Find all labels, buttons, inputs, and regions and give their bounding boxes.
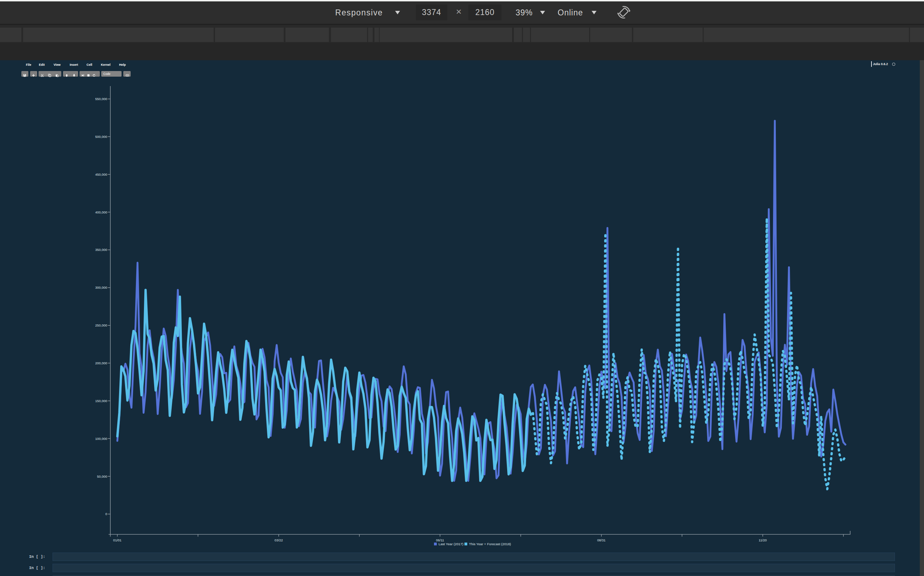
svg-text:50,000: 50,000	[97, 475, 107, 478]
svg-text:300,000: 300,000	[95, 286, 107, 290]
svg-text:03/22: 03/22	[274, 538, 283, 542]
svg-text:400,000: 400,000	[95, 210, 107, 214]
svg-text:0: 0	[106, 512, 107, 516]
svg-text:450,000: 450,000	[95, 173, 107, 176]
svg-text:250,000: 250,000	[95, 323, 107, 327]
svg-text:This Year + Forecast (2018): This Year + Forecast (2018)	[469, 542, 511, 546]
svg-text:01/01: 01/01	[113, 538, 122, 542]
svg-text:500,000: 500,000	[95, 135, 107, 139]
svg-text:06/11: 06/11	[436, 538, 444, 542]
svg-text:200,000: 200,000	[95, 361, 107, 365]
svg-text:150,000: 150,000	[95, 399, 107, 403]
svg-text:350,000: 350,000	[95, 248, 107, 251]
svg-text:Last Year (2017): Last Year (2017)	[438, 542, 464, 546]
svg-text:11/20: 11/20	[759, 538, 767, 542]
svg-text:08/31: 08/31	[597, 538, 606, 542]
svg-text:550,000: 550,000	[95, 97, 107, 101]
svg-text:100,000: 100,000	[95, 437, 107, 441]
